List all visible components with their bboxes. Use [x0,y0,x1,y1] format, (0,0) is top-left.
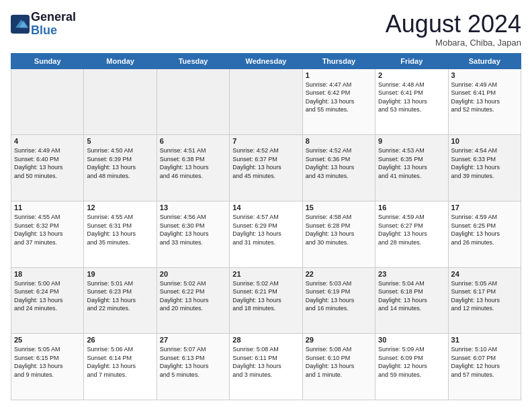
month-title: August 2024 [386,11,521,38]
day-info: Sunrise: 4:56 AM Sunset: 6:30 PM Dayligh… [160,213,226,246]
day-number: 26 [87,336,153,344]
day-info: Sunrise: 5:02 AM Sunset: 6:22 PM Dayligh… [160,279,226,313]
day-info: Sunrise: 5:08 AM Sunset: 6:11 PM Dayligh… [232,345,299,379]
calendar-cell: 26Sunrise: 5:06 AM Sunset: 6:14 PM Dayli… [84,334,157,400]
calendar-body: 1Sunrise: 4:47 AM Sunset: 6:42 PM Daylig… [11,68,521,400]
calendar-cell: 21Sunrise: 5:02 AM Sunset: 6:21 PM Dayli… [230,267,302,334]
day-info: Sunrise: 4:59 AM Sunset: 6:25 PM Dayligh… [451,213,518,246]
calendar-week-1: 1Sunrise: 4:47 AM Sunset: 6:42 PM Daylig… [11,68,521,135]
calendar-week-4: 18Sunrise: 5:00 AM Sunset: 6:24 PM Dayli… [11,267,521,334]
day-info: Sunrise: 5:04 AM Sunset: 6:18 PM Dayligh… [378,279,445,313]
calendar-cell: 18Sunrise: 5:00 AM Sunset: 6:24 PM Dayli… [11,267,84,334]
weekday-sunday: Sunday [11,53,84,68]
day-info: Sunrise: 4:55 AM Sunset: 6:32 PM Dayligh… [14,213,81,246]
logo-text: General Blue [31,11,76,38]
day-info: Sunrise: 5:09 AM Sunset: 6:09 PM Dayligh… [378,345,445,379]
day-info: Sunrise: 5:10 AM Sunset: 6:07 PM Dayligh… [451,345,518,379]
calendar-cell: 22Sunrise: 5:03 AM Sunset: 6:19 PM Dayli… [302,267,375,334]
day-info: Sunrise: 5:01 AM Sunset: 6:23 PM Dayligh… [87,279,153,313]
day-number: 9 [378,137,445,145]
calendar-week-3: 11Sunrise: 4:55 AM Sunset: 6:32 PM Dayli… [11,201,521,267]
day-number: 22 [306,270,372,278]
calendar-week-2: 4Sunrise: 4:49 AM Sunset: 6:40 PM Daylig… [11,135,521,201]
day-info: Sunrise: 5:02 AM Sunset: 6:21 PM Dayligh… [232,279,299,313]
calendar-cell [11,68,84,135]
day-number: 13 [160,203,226,212]
day-number: 7 [232,137,299,145]
day-number: 23 [378,270,445,278]
page: General Blue August 2024 Mobara, Chiba, … [0,0,532,411]
header: General Blue August 2024 Mobara, Chiba, … [11,11,521,48]
logo-line1: General [31,11,76,24]
day-info: Sunrise: 4:53 AM Sunset: 6:35 PM Dayligh… [378,146,445,180]
day-number: 29 [306,336,372,344]
day-info: Sunrise: 4:50 AM Sunset: 6:39 PM Dayligh… [87,146,153,180]
calendar-cell: 30Sunrise: 5:09 AM Sunset: 6:09 PM Dayli… [375,334,448,400]
location-subtitle: Mobara, Chiba, Japan [386,38,521,48]
day-number: 16 [378,203,445,212]
calendar-cell: 31Sunrise: 5:10 AM Sunset: 6:07 PM Dayli… [448,334,521,400]
calendar-cell: 6Sunrise: 4:51 AM Sunset: 6:38 PM Daylig… [157,135,229,201]
calendar-cell: 8Sunrise: 4:52 AM Sunset: 6:36 PM Daylig… [302,135,375,201]
calendar-cell: 29Sunrise: 5:08 AM Sunset: 6:10 PM Dayli… [302,334,375,400]
day-number: 11 [14,203,81,212]
calendar-cell: 7Sunrise: 4:52 AM Sunset: 6:37 PM Daylig… [230,135,302,201]
day-number: 28 [232,336,299,344]
day-number: 24 [451,270,518,278]
weekday-monday: Monday [84,53,157,68]
day-info: Sunrise: 4:52 AM Sunset: 6:36 PM Dayligh… [306,146,372,180]
day-info: Sunrise: 5:08 AM Sunset: 6:10 PM Dayligh… [306,345,372,379]
title-block: August 2024 Mobara, Chiba, Japan [386,11,521,48]
day-info: Sunrise: 4:47 AM Sunset: 6:42 PM Dayligh… [306,81,372,114]
calendar-cell: 10Sunrise: 4:54 AM Sunset: 6:33 PM Dayli… [448,135,521,201]
calendar-cell [230,68,302,135]
day-info: Sunrise: 5:03 AM Sunset: 6:19 PM Dayligh… [306,279,372,313]
day-info: Sunrise: 5:05 AM Sunset: 6:15 PM Dayligh… [14,345,81,379]
calendar-week-5: 25Sunrise: 5:05 AM Sunset: 6:15 PM Dayli… [11,334,521,400]
day-number: 6 [160,137,226,145]
day-info: Sunrise: 4:54 AM Sunset: 6:33 PM Dayligh… [451,146,518,180]
day-info: Sunrise: 4:52 AM Sunset: 6:37 PM Dayligh… [232,146,299,180]
day-number: 30 [378,336,445,344]
day-info: Sunrise: 5:00 AM Sunset: 6:24 PM Dayligh… [14,279,81,313]
day-number: 21 [232,270,299,278]
day-info: Sunrise: 5:07 AM Sunset: 6:13 PM Dayligh… [160,345,226,379]
day-info: Sunrise: 5:06 AM Sunset: 6:14 PM Dayligh… [87,345,153,379]
calendar-cell: 24Sunrise: 5:05 AM Sunset: 6:17 PM Dayli… [448,267,521,334]
weekday-saturday: Saturday [448,53,521,68]
calendar-cell: 11Sunrise: 4:55 AM Sunset: 6:32 PM Dayli… [11,201,84,267]
day-number: 10 [451,137,518,145]
calendar-cell: 14Sunrise: 4:57 AM Sunset: 6:29 PM Dayli… [230,201,302,267]
day-number: 19 [87,270,153,278]
day-number: 17 [451,203,518,212]
day-number: 2 [378,71,445,79]
weekday-wednesday: Wednesday [230,53,302,68]
day-info: Sunrise: 4:51 AM Sunset: 6:38 PM Dayligh… [160,146,226,180]
day-info: Sunrise: 4:48 AM Sunset: 6:41 PM Dayligh… [378,81,445,114]
calendar-cell: 25Sunrise: 5:05 AM Sunset: 6:15 PM Dayli… [11,334,84,400]
calendar-cell: 2Sunrise: 4:48 AM Sunset: 6:41 PM Daylig… [375,68,448,135]
logo: General Blue [11,11,76,38]
calendar-table: SundayMondayTuesdayWednesdayThursdayFrid… [11,53,521,400]
calendar-cell: 9Sunrise: 4:53 AM Sunset: 6:35 PM Daylig… [375,135,448,201]
day-info: Sunrise: 4:57 AM Sunset: 6:29 PM Dayligh… [232,213,299,246]
calendar-cell: 20Sunrise: 5:02 AM Sunset: 6:22 PM Dayli… [157,267,229,334]
calendar-cell: 28Sunrise: 5:08 AM Sunset: 6:11 PM Dayli… [230,334,302,400]
day-info: Sunrise: 4:58 AM Sunset: 6:28 PM Dayligh… [306,213,372,246]
day-number: 5 [87,137,153,145]
calendar-cell: 23Sunrise: 5:04 AM Sunset: 6:18 PM Dayli… [375,267,448,334]
calendar-cell: 27Sunrise: 5:07 AM Sunset: 6:13 PM Dayli… [157,334,229,400]
calendar-cell [157,68,229,135]
calendar-cell: 13Sunrise: 4:56 AM Sunset: 6:30 PM Dayli… [157,201,229,267]
calendar-cell: 4Sunrise: 4:49 AM Sunset: 6:40 PM Daylig… [11,135,84,201]
day-number: 4 [14,137,81,145]
calendar-cell: 12Sunrise: 4:55 AM Sunset: 6:31 PM Dayli… [84,201,157,267]
day-number: 12 [87,203,153,212]
day-number: 15 [306,203,372,212]
day-info: Sunrise: 5:05 AM Sunset: 6:17 PM Dayligh… [451,279,518,313]
day-info: Sunrise: 4:49 AM Sunset: 6:41 PM Dayligh… [451,81,518,114]
logo-line2: Blue [31,24,76,38]
day-info: Sunrise: 4:49 AM Sunset: 6:40 PM Dayligh… [14,146,81,180]
weekday-thursday: Thursday [302,53,375,68]
weekday-tuesday: Tuesday [157,53,229,68]
